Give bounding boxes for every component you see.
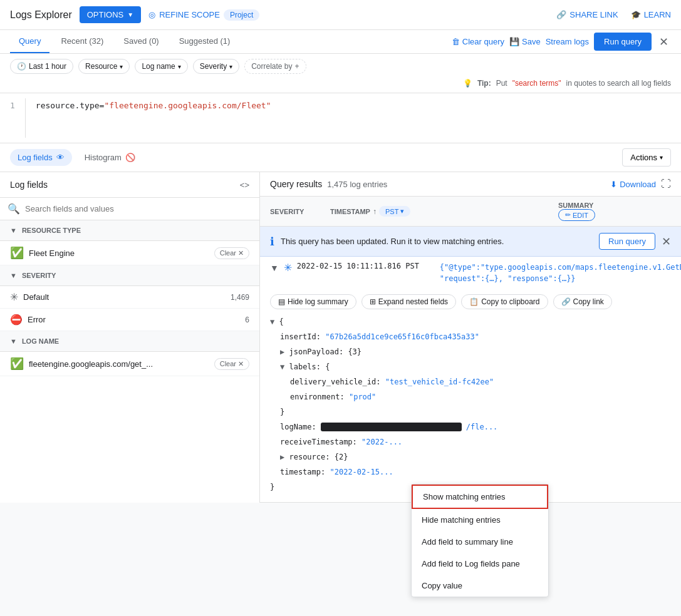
hide-icon: 🚫 [125, 153, 135, 162]
environment-line: environment: "prod" [270, 389, 671, 404]
default-star-icon: ✳ [10, 291, 18, 303]
hide-log-summary-button[interactable]: ▤ Hide log summary [270, 294, 356, 309]
copy-link-button[interactable]: 🔗 Copy link [553, 294, 612, 309]
entry-expand-icon[interactable]: ▼ [270, 263, 279, 273]
collapse-tree-icon[interactable]: ▼ [270, 317, 274, 326]
code-icon[interactable]: <> [240, 180, 249, 190]
histogram-tab[interactable]: Histogram 🚫 [77, 149, 143, 166]
filters-row: 🕐 Last 1 hour Resource ▾ Log name ▾ Seve… [0, 54, 681, 79]
entry-timestamp: 2022-02-15 10:11:11.816 PST [297, 262, 435, 270]
error-icon: ⛔ [10, 314, 23, 326]
copy-clipboard-button[interactable]: 📋 Copy to clipboard [461, 294, 548, 309]
time-filter-chip[interactable]: 🕐 Last 1 hour [10, 59, 73, 74]
resource-type-section: ▼ RESOURCE TYPE ✅ Fleet Engine Clear ✕ [0, 220, 259, 265]
stream-logs-button[interactable]: Stream logs [546, 37, 589, 46]
json-payload-line: ▶ jsonPayload: {3} [270, 344, 671, 359]
log-entry-header[interactable]: ▼ ✳ 2022-02-15 10:11:11.816 PST {"@type"… [260, 257, 681, 289]
code-editor[interactable]: 1 resource.type="fleetengine.googleapis.… [0, 93, 681, 143]
download-button[interactable]: ⬇ Download [610, 180, 656, 189]
results-count: 1,475 log entries [327, 180, 387, 189]
actions-button[interactable]: Actions ▾ [622, 148, 671, 167]
options-arrow-icon: ▼ [127, 11, 133, 18]
link-icon: 🔗 [561, 297, 571, 306]
options-button[interactable]: OPTIONS ▼ [80, 6, 141, 23]
clipboard-icon: 📋 [469, 297, 479, 306]
log-name-section: ▼ LOG NAME ✅ fleetengine.googleapis.com/… [0, 331, 259, 376]
lightbulb-icon: 💡 [463, 79, 472, 88]
correlate-plus-icon: + [295, 62, 299, 71]
resource-line: ▶ resource: {2} [270, 449, 671, 465]
pst-timezone-button[interactable]: PST ▾ [379, 206, 410, 217]
log-name-item[interactable]: ✅ fleetengine.googleapis.com/get_... Cle… [0, 352, 259, 376]
close-notice-button[interactable]: ✕ [662, 235, 671, 249]
logname-check-icon: ✅ [10, 357, 24, 371]
expand-icon: ⊞ [370, 297, 376, 306]
project-badge: Project [224, 9, 259, 21]
edit-summary-button[interactable]: ✏ EDIT [558, 209, 595, 221]
log-detail: ▤ Hide log summary ⊞ Expand nested field… [260, 289, 681, 502]
default-severity-item[interactable]: ✳ Default 1,469 [0, 286, 259, 309]
clear-query-button[interactable]: 🗑 Clear query [452, 37, 504, 46]
logname-clear-x-icon: ✕ [238, 360, 244, 368]
results-title: Query results [270, 179, 322, 189]
learn-link[interactable]: 🎓 LEARN [631, 10, 671, 19]
line-number: 1 [0, 98, 26, 138]
top-bar: Logs Explorer OPTIONS ▼ ◎ REFINE SCOPE P… [0, 0, 681, 30]
panel-header: Log fields <> [0, 172, 259, 198]
top-bar-right: 🔗 SHARE LINK 🎓 LEARN [556, 10, 671, 19]
close-brace-labels: } [270, 404, 671, 419]
severity-filter-chip[interactable]: Severity ▾ [193, 59, 239, 74]
save-button[interactable]: 💾 Save [509, 37, 541, 46]
run-query-button[interactable]: Run query [594, 33, 652, 51]
query-results-panel: Query results 1,475 log entries ⬇ Downlo… [260, 172, 681, 503]
search-input[interactable] [25, 204, 252, 213]
graduation-icon: 🎓 [631, 10, 641, 19]
close-query-panel-button[interactable]: ✕ [657, 35, 671, 49]
results-header: Query results 1,475 log entries ⬇ Downlo… [260, 172, 681, 197]
clear-x-icon: ✕ [238, 249, 244, 257]
fleet-engine-clear-button[interactable]: Clear ✕ [214, 247, 249, 259]
tree-open-brace: ▼ { [270, 314, 671, 329]
hide-summary-icon: ▤ [278, 297, 285, 306]
severity-header[interactable]: ▼ SEVERITY [0, 265, 259, 286]
run-query-inline-button[interactable]: Run query [599, 233, 655, 250]
resource-type-header[interactable]: ▼ RESOURCE TYPE [0, 220, 259, 241]
severity-chevron-icon: ▾ [229, 63, 232, 70]
menu-item-show-matching[interactable]: Show matching entries [412, 485, 548, 503]
query-code-line: resource.type="fleetengine.googleapis.co… [26, 98, 281, 138]
refine-scope-link[interactable]: ◎ REFINE SCOPE Project [148, 9, 259, 21]
info-icon: ℹ [270, 235, 274, 249]
resource-expand-icon[interactable]: ▶ [280, 453, 284, 461]
split-layout: Log fields <> 🔍 ▼ RESOURCE TYPE ✅ Fleet … [0, 172, 681, 503]
expand-nested-button[interactable]: ⊞ Expand nested fields [361, 294, 456, 309]
expand-button[interactable]: ⛶ [661, 178, 671, 190]
severity-collapse-icon: ▼ [10, 272, 17, 279]
labels-expand-icon[interactable]: ▼ [280, 362, 284, 371]
query-editor-area: 💡 Tip: Put "search terms" in quotes to s… [0, 79, 681, 143]
resource-chevron-icon: ▾ [120, 63, 123, 70]
correlate-button[interactable]: Correlate by + [244, 59, 306, 74]
resource-filter-chip[interactable]: Resource ▾ [78, 59, 130, 74]
panel-icons: <> [240, 180, 249, 190]
log-name-filter-chip[interactable]: Log name ▾ [135, 59, 187, 74]
tab-query[interactable]: Query [10, 30, 49, 53]
log-name-header[interactable]: ▼ LOG NAME [0, 331, 259, 352]
tab-suggested[interactable]: Suggested (1) [170, 30, 239, 53]
error-severity-item[interactable]: ⛔ Error 6 [0, 309, 259, 331]
pst-chevron-icon: ▾ [400, 207, 404, 215]
redacted-logname [321, 423, 462, 431]
table-header: SEVERITY TIMESTAMP ↑ PST ▾ SUMMARY ✏ EDI… [260, 197, 681, 227]
share-link-button[interactable]: 🔗 SHARE LINK [556, 10, 618, 19]
json-expand-icon[interactable]: ▶ [280, 347, 284, 356]
log-name-clear-button[interactable]: Clear ✕ [214, 358, 249, 370]
tab-saved[interactable]: Saved (0) [115, 30, 167, 53]
log-fields-tab[interactable]: Log fields 👁 [10, 149, 72, 166]
clear-icon: 🗑 [452, 37, 460, 46]
insert-id-line: insertId: "67b26a5dd1ce9ce65f16c0fbca435… [270, 329, 671, 344]
fleet-engine-item[interactable]: ✅ Fleet Engine Clear ✕ [0, 241, 259, 265]
receive-ts-line: receiveTimestamp: "2022-... [270, 434, 671, 449]
update-notice: ℹ This query has been updated. Run it to… [260, 227, 681, 257]
section-toolbar: Log fields 👁 Histogram 🚫 Actions ▾ [0, 143, 681, 172]
query-tabs: Query Recent (32) Saved (0) Suggested (1… [0, 30, 681, 54]
tab-recent[interactable]: Recent (32) [52, 30, 112, 53]
